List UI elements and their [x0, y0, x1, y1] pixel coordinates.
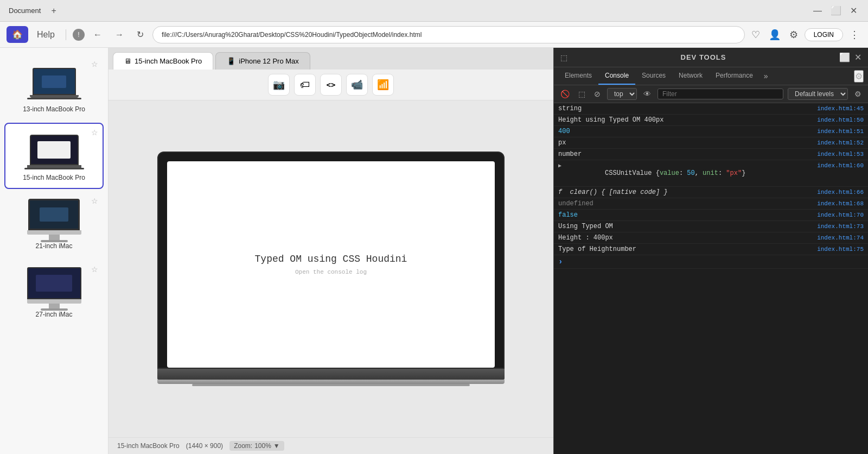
- camera-tool-button[interactable]: 📷: [268, 74, 290, 96]
- maximize-button[interactable]: ⬜: [828, 3, 844, 18]
- device-name: 21-inch iMac: [35, 242, 72, 250]
- eye-button[interactable]: 👁: [641, 87, 653, 100]
- console-settings-button[interactable]: ⚙: [852, 87, 864, 100]
- devtools-minimize-button[interactable]: ⬜: [839, 52, 850, 62]
- main-area: ☆ 13-inch MacBook Pro ☆ 15-inch MacBook …: [0, 48, 868, 454]
- refresh-button[interactable]: ↻: [132, 27, 148, 42]
- more-tabs-button[interactable]: »: [760, 67, 773, 85]
- menu-button[interactable]: ⋮: [847, 27, 861, 43]
- console-line-6: ▶ CSSUnitValue {value: 50, unit: "px"} i…: [554, 160, 868, 187]
- sidebar-item-macbook13[interactable]: ☆ 13-inch MacBook Pro: [4, 54, 104, 121]
- console-filename[interactable]: index.html:75: [817, 246, 864, 253]
- tab-sources[interactable]: Sources: [635, 67, 672, 85]
- devtools-settings-button[interactable]: ⚙: [854, 70, 864, 83]
- close-button[interactable]: ✕: [848, 3, 859, 18]
- tab-macbook15[interactable]: 🖥 15-inch MacBook Pro: [113, 52, 213, 70]
- imac-screen-thumb: [27, 267, 81, 299]
- wifi-tool-button[interactable]: 📶: [372, 74, 394, 96]
- console-filename[interactable]: index.html:50: [817, 117, 864, 123]
- device-name: 27-inch iMac: [35, 311, 72, 318]
- code-tool-button[interactable]: <>: [320, 74, 342, 96]
- device-name: 13-inch MacBook Pro: [23, 105, 85, 113]
- imac-stand: [49, 235, 60, 240]
- zoom-selector[interactable]: Zoom: 100% ▼: [229, 441, 284, 451]
- zoom-value: 100%: [254, 442, 271, 450]
- forward-button[interactable]: →: [111, 28, 128, 42]
- console-filename[interactable]: index.html:45: [817, 105, 864, 112]
- login-button[interactable]: LOGIN: [805, 28, 843, 41]
- camera-icon: 📷: [273, 79, 285, 91]
- code-icon: <>: [327, 80, 336, 89]
- console-filename[interactable]: index.html:74: [817, 235, 864, 241]
- address-bar[interactable]: [152, 26, 745, 43]
- help-button[interactable]: Help: [33, 28, 59, 42]
- console-filename[interactable]: index.html:60: [817, 162, 864, 169]
- devtools-inspect-button[interactable]: ⬚: [560, 53, 567, 62]
- devtools-close-button[interactable]: ✕: [854, 52, 861, 62]
- console-prompt-symbol: ›: [558, 257, 563, 266]
- context-selector[interactable]: top: [607, 88, 637, 100]
- screen-content: Typed OM using CSS Houdini Open the cons…: [255, 254, 407, 275]
- console-filename[interactable]: index.html:73: [817, 223, 864, 230]
- video-icon: 📹: [351, 79, 363, 91]
- tag-icon: 🏷: [300, 79, 310, 91]
- expand-icon[interactable]: ▶: [558, 162, 561, 169]
- favorite-icon[interactable]: ☆: [91, 128, 98, 137]
- console-text: f clear() { [native code] }: [558, 188, 813, 196]
- tag-tool-button[interactable]: 🏷: [294, 74, 316, 96]
- console-filename[interactable]: index.html:51: [817, 128, 864, 135]
- tab-console[interactable]: Console: [598, 67, 635, 85]
- laptop-foot-thumb: [27, 98, 81, 99]
- imac-21-thumbnail: [22, 199, 87, 242]
- console-line-9: false index.html:70: [554, 210, 868, 221]
- sidebar-item-macbook15[interactable]: ☆ 15-inch MacBook Pro: [4, 123, 104, 189]
- console-filter-input[interactable]: [658, 89, 783, 99]
- settings-button[interactable]: ⚙: [787, 27, 800, 43]
- console-line-8: undefined index.html:68: [554, 198, 868, 210]
- minimize-button[interactable]: —: [811, 3, 824, 18]
- macbook-screen-frame: Typed OM using CSS Houdini Open the cons…: [157, 152, 505, 369]
- new-tab-button[interactable]: +: [47, 4, 60, 17]
- console-text: px: [558, 139, 813, 147]
- console-text: false: [558, 211, 813, 219]
- favorite-icon[interactable]: ☆: [91, 265, 98, 274]
- imac-chin: [27, 299, 81, 304]
- console-filename[interactable]: index.html:68: [817, 200, 864, 207]
- profile-button[interactable]: 👤: [767, 27, 783, 43]
- block-console-button[interactable]: ⊘: [592, 87, 603, 100]
- macbook-frame: Typed OM using CSS Houdini Open the cons…: [157, 152, 505, 386]
- console-text: Using Typed OM: [558, 223, 813, 230]
- console-filename[interactable]: index.html:52: [817, 140, 864, 146]
- favorite-button[interactable]: ♡: [749, 27, 762, 43]
- inspect-element-button[interactable]: ⬚: [576, 87, 588, 100]
- console-text: CSSUnitValue {value: 50, unit: "px"}: [566, 162, 813, 185]
- tab-iphone12[interactable]: 📱 iPhone 12 Pro Max: [215, 52, 310, 70]
- warning-icon: !: [73, 29, 85, 41]
- tab-elements[interactable]: Elements: [558, 67, 598, 85]
- wifi-icon: 📶: [377, 79, 389, 91]
- macbook-15-thumbnail: [22, 130, 87, 174]
- video-tool-button[interactable]: 📹: [346, 74, 368, 96]
- log-levels-selector[interactable]: Default levels: [788, 88, 848, 100]
- imac-chin: [27, 230, 81, 235]
- console-text: Height using Typed OM 400px: [558, 116, 813, 124]
- devtools-controls: ⬜ ✕: [839, 52, 861, 62]
- back-button[interactable]: ←: [89, 28, 106, 42]
- preview-area: 🖥 15-inch MacBook Pro 📱 iPhone 12 Pro Ma…: [108, 48, 553, 454]
- home-button[interactable]: 🏠: [7, 26, 28, 43]
- sidebar-item-imac21[interactable]: ☆ 21-inch iMac: [4, 191, 104, 257]
- devtools-tabs: Elements Console Sources Network Perform…: [554, 67, 868, 85]
- console-filename[interactable]: index.html:53: [817, 151, 864, 157]
- console-filename[interactable]: index.html:70: [817, 212, 864, 218]
- tab-network[interactable]: Network: [672, 67, 709, 85]
- tab-performance[interactable]: Performance: [709, 67, 760, 85]
- clear-console-button[interactable]: 🚫: [558, 87, 572, 100]
- favorite-icon[interactable]: ☆: [91, 60, 98, 68]
- console-filename[interactable]: index.html:66: [817, 189, 864, 196]
- sidebar-item-imac27[interactable]: ☆ 27-inch iMac: [4, 260, 104, 326]
- favorite-icon[interactable]: ☆: [91, 197, 98, 205]
- console-prompt-line: ›: [554, 255, 868, 269]
- console-line-11: Height : 400px index.html:74: [554, 232, 868, 244]
- console-text: 400: [558, 128, 813, 135]
- devtools-title: DEV TOOLS: [681, 53, 726, 61]
